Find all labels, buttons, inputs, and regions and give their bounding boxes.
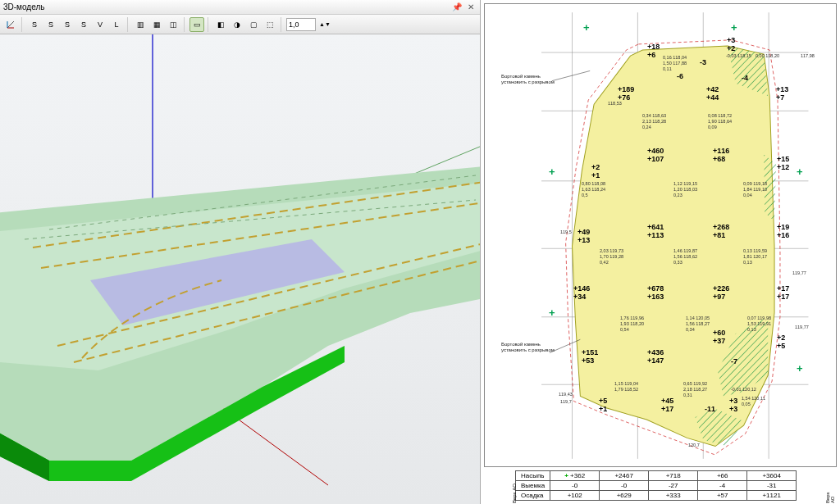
3d-viewport[interactable] bbox=[0, 34, 480, 504]
corner-data: 0,08 118,72 bbox=[708, 113, 732, 118]
drawing-panel: + + + + + + Бортовой каменьустановить с … bbox=[481, 0, 840, 504]
corner-data: 0,23 bbox=[673, 193, 682, 198]
cube-button[interactable]: ▢ bbox=[246, 17, 261, 32]
view-mode-button[interactable]: ▭ bbox=[189, 17, 204, 32]
scale-spinner[interactable] bbox=[286, 18, 316, 31]
cell-value: +3 +2 bbox=[727, 37, 735, 53]
cell-value: +42 +44 bbox=[706, 86, 719, 102]
layers-button[interactable]: ▥ bbox=[133, 17, 148, 32]
corner-data: 2,13 118,28 bbox=[642, 119, 666, 124]
corner-data: 0,11 bbox=[663, 66, 672, 71]
coord-label: 119,43 bbox=[559, 392, 573, 397]
v-button[interactable]: V bbox=[93, 17, 107, 32]
panel-title: 3D-модель bbox=[3, 2, 44, 11]
corner-data: 1,46 119,87 bbox=[673, 248, 697, 253]
grid-marker: + bbox=[797, 166, 803, 177]
cell-value: +2 +5 bbox=[777, 334, 785, 351]
l-button[interactable]: L bbox=[109, 17, 124, 32]
cell-value: +13 +7 bbox=[776, 86, 788, 102]
cell-value: +226 +97 bbox=[713, 285, 729, 302]
summary-table: Насыпь + +362 +2467 +718 +66 +3604 Выемк… bbox=[515, 470, 797, 501]
corner-data: 0,04 bbox=[743, 193, 752, 198]
corner-data: 1,56 118,62 bbox=[673, 254, 697, 259]
corner-data: 1,79 118,52 bbox=[614, 387, 638, 392]
corner-data: 1,50 117,88 bbox=[663, 61, 687, 66]
cell-value: -7 bbox=[731, 358, 737, 366]
extrude-button[interactable]: ◫ bbox=[166, 17, 180, 32]
coord-label: 119,7 bbox=[560, 399, 572, 404]
plan-drawing[interactable]: + + + + + + Бортовой каменьустановить с … bbox=[484, 3, 837, 467]
panel-title-bar[interactable]: 3D-модель 📌 ✕ bbox=[0, 0, 480, 15]
coord-label: 117,98 bbox=[801, 53, 815, 58]
corner-data: 0,09 119,18 bbox=[743, 181, 767, 186]
cell-value: +60 +37 bbox=[713, 329, 725, 346]
table-left-label: Верх АО bbox=[512, 484, 517, 503]
axis-xyz-button[interactable] bbox=[3, 17, 18, 32]
table-right-label: Верх АО bbox=[825, 490, 835, 503]
cell-value: -6 bbox=[677, 73, 683, 81]
table-row: Осадка +102 +629 +333 +57 +1121 bbox=[516, 491, 797, 501]
corner-data: 1,76 119,96 bbox=[620, 316, 644, 320]
spin-arrows[interactable]: ▲▼ bbox=[317, 17, 332, 32]
grid-marker: + bbox=[549, 307, 555, 318]
corner-data: 1,15 119,04 bbox=[614, 381, 638, 386]
corner-data: -0,01 120,12 bbox=[731, 387, 756, 392]
cell-value: +45 +17 bbox=[661, 397, 673, 414]
cell-value: +15 +12 bbox=[777, 156, 789, 172]
surface-button[interactable]: ▦ bbox=[149, 17, 164, 32]
grid-marker: + bbox=[731, 22, 737, 33]
road-button[interactable]: ⬚ bbox=[262, 17, 277, 32]
coord-label: 120,7 bbox=[688, 443, 700, 447]
s2-button[interactable]: S bbox=[43, 17, 58, 32]
cell-value: +151 +53 bbox=[582, 349, 598, 366]
corner-data: 0,34 118,63 bbox=[642, 113, 666, 118]
cell-value: +2 +1 bbox=[591, 164, 600, 180]
corner-data: 0,05 bbox=[742, 402, 751, 406]
corner-data: 0,07 119,98 bbox=[747, 316, 771, 320]
corner-data: 1,84 119,10 bbox=[743, 187, 767, 192]
s1-button[interactable]: S bbox=[27, 17, 42, 32]
corner-data: 0,33 bbox=[673, 260, 682, 265]
cell-value: +460 +107 bbox=[647, 148, 664, 164]
corner-data: 1,63 118,24 bbox=[582, 187, 605, 192]
cell-value: +116 +68 bbox=[713, 148, 729, 164]
toolbar: S S S S V L ▥ ▦ ◫ ▭ ◧ ◑ ▢ ⬚ ▲▼ bbox=[0, 15, 480, 34]
corner-data: 2,18 118,27 bbox=[683, 387, 707, 392]
corner-data: 1,90 118,64 bbox=[708, 119, 732, 124]
corner-data: 1,20 118,03 bbox=[673, 187, 697, 192]
light-button[interactable]: ◑ bbox=[230, 17, 244, 32]
corner-data: 1,12 119,15 bbox=[673, 181, 697, 186]
corner-data: 0,09 bbox=[708, 125, 717, 129]
svg-line-34 bbox=[552, 70, 590, 80]
cell-value: +5 +1 bbox=[599, 397, 607, 414]
cell-value: +436 +147 bbox=[647, 349, 664, 366]
grid-marker: + bbox=[797, 363, 803, 374]
corner-data: 0,16 118,04 bbox=[663, 55, 687, 60]
cell-value: +146 +34 bbox=[573, 285, 590, 302]
grid-marker: + bbox=[583, 22, 590, 33]
s4-button[interactable]: S bbox=[76, 17, 91, 32]
corner-data: 1,56 118,27 bbox=[686, 321, 710, 326]
corner-data: 0,13 bbox=[743, 260, 752, 265]
close-icon[interactable]: ✕ bbox=[465, 2, 477, 11]
cell-value: -3 bbox=[700, 59, 706, 67]
corner-data: 0,80 118,08 bbox=[582, 181, 605, 186]
svg-line-0 bbox=[7, 21, 14, 28]
cell-value: +49 +13 bbox=[578, 229, 590, 245]
cell-value: -11 bbox=[705, 406, 715, 414]
s3-button[interactable]: S bbox=[60, 17, 75, 32]
corner-data: 0,54 bbox=[620, 327, 629, 332]
cell-value: +268 +81 bbox=[713, 224, 729, 240]
curb-note-2: Бортовой каменьустановить с разрывом bbox=[501, 342, 555, 353]
corner-data: 1,54 120,11 bbox=[742, 396, 765, 401]
cell-value: +17 +17 bbox=[777, 285, 789, 302]
corner-data: 1,93 118,20 bbox=[620, 321, 644, 326]
corner-data: 1,70 119,28 bbox=[600, 254, 623, 259]
coord-label: 119,77 bbox=[795, 325, 809, 329]
corner-data: 0,13 bbox=[747, 327, 756, 332]
corner-data: 1,53 119,91 bbox=[747, 321, 771, 326]
wire-button[interactable]: ◧ bbox=[213, 17, 228, 32]
curb-note-1: Бортовой каменьустановить с разрывом bbox=[501, 74, 555, 85]
pin-icon[interactable]: 📌 bbox=[451, 2, 463, 11]
corner-data: 0,42 bbox=[600, 260, 609, 265]
